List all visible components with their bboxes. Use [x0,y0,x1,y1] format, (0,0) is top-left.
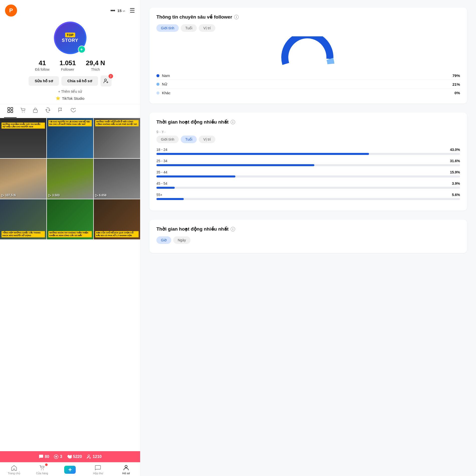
tab-flag[interactable] [54,104,67,118]
gender-khac: Khác 0% [156,89,460,97]
bottom-action-bar: 80 3 5220 1210 [0,451,140,462]
svg-point-15 [88,455,89,457]
avatar-area: TOP STORY ✦ + [0,19,140,54]
gender-nu: Nữ 21% [156,80,460,89]
tab-location-2[interactable]: Vị trí [199,136,215,143]
nav-inbox-label: Hộp thư [93,472,103,475]
tab-hour[interactable]: Giờ [156,236,171,244]
share-profile-button[interactable]: Chia sẻ hồ sơ [61,76,98,86]
tab-repost[interactable] [42,104,54,118]
video-thumb-1[interactable]: NHỮNG KHOẢNH KHẮC GÂY RA NHIỀU SỰ HIỂU L… [0,118,46,158]
tab-location[interactable]: Vị trí [199,24,215,32]
likes-stat: 5220 [67,454,82,459]
svg-point-3 [105,79,107,81]
video-thumb-6[interactable]: ▷ 6.658 [94,159,140,199]
active-time-info-icon[interactable]: i [231,120,235,124]
followers-label: Follower [61,67,74,71]
nav-shop[interactable]: Cửa hàng [28,464,56,475]
active-time-title: Thời gian hoạt động nhiều nhất i [156,119,460,125]
video-stats-5: ▷ 3.503 [48,193,60,197]
age-35-44: 35 - 44 15.9% [156,170,460,177]
likes-label: Thích [91,67,100,71]
video-thumb-9[interactable]: BẠN CỦA CHỦ RỂ DÙA QUÀ CHỌN CỔ ĐẦU BÀ CÓ… [94,199,140,239]
svg-point-11 [24,112,25,113]
friend-request-badge: 2 [109,74,113,78]
nav-home[interactable]: Trang chủ [0,464,28,475]
time-filter-tabs: Giờ Ngày [156,236,460,244]
tab-locked[interactable] [29,104,42,118]
add-friend-button[interactable]: 2 [101,75,112,86]
video-grid: NHỮNG KHOẢNH KHẮC GÂY RA NHIỀU SỰ HIỂU L… [0,118,140,451]
active-time-card-2: Thời gian hoạt động nhiều nhất i Giờ Ngà… [149,220,467,253]
age-bars: 18 - 24 43.0% 25 - 34 31.6% 35 - 44 [156,148,460,200]
dot-nam [156,74,159,77]
active-time-subtitle: g... y... [156,129,460,133]
video-thumb-3[interactable]: NHỮNG THIẾT KẾ Ở ĐỜI Ở NƠI CÔNG CỘNG KHÔ… [94,118,140,158]
svg-point-18 [125,465,127,468]
menu-button[interactable]: ☰ [130,7,135,14]
tab-age-2[interactable]: Tuổi [181,136,197,143]
video-thumb-5[interactable]: ▷ 3.503 [47,159,93,199]
tab-gender-2[interactable]: Giới tính [156,136,179,143]
story-label: STORY [62,38,78,43]
tiktok-studio-row[interactable]: ⭐ TikTok Studio [0,95,140,102]
svg-point-2 [114,10,115,11]
comments-count: 80 [45,454,49,459]
followers-stat: 1210 [86,454,102,459]
follower-info-icon[interactable]: i [234,15,239,19]
tab-gender[interactable]: Giới tính [156,24,179,32]
video-thumb-4[interactable]: ▷ 107,5 N [0,159,46,199]
bottom-nav: Trang chủ Cửa hàng + Hộp thư Hồ s [0,462,140,476]
nav-shop-label: Cửa hàng [36,472,48,475]
age-55-plus: 55+ 5.6% [156,193,460,200]
tab-likes[interactable] [67,104,79,118]
bio-link[interactable]: + Thêm tiểu sử [0,88,140,95]
gender-nam: Nam 79% [156,71,460,80]
nav-profile[interactable]: Hồ sơ [112,464,140,475]
age-25-34: 25 - 34 31.6% [156,159,460,166]
donut-chart [156,36,460,66]
action-row: Sửa hồ sơ Chia sẻ hồ sơ 2 [0,74,140,88]
notification-badge[interactable]: 15 ₁₅ [109,8,125,14]
right-panel: Thông tin chuyên sâu về follower i Giới … [140,0,476,476]
edit-profile-button[interactable]: Sửa hồ sơ [29,76,59,86]
svg-rect-6 [8,108,10,110]
age-18-24: 18 - 24 43.0% [156,148,460,155]
nav-inbox[interactable]: Hộp thư [84,464,112,475]
svg-point-17 [43,469,44,470]
video-thumb-7[interactable]: TỔNG HỢP NHỮNG CHIẾC CẦU THANG HACK NÃO … [0,199,46,239]
active-time-title-2: Thời gian hoạt động nhiều nhất i [156,226,460,232]
top-bar-right: 15 ₁₅ ☰ [109,7,135,14]
tab-grid[interactable] [4,104,17,118]
khac-label: Khác [162,91,170,95]
khac-pct: 0% [454,91,460,95]
tab-day[interactable]: Ngày [173,236,191,244]
nav-create-button[interactable]: + [56,464,84,475]
add-story-button[interactable]: + [78,46,85,53]
nav-profile-label: Hồ sơ [122,472,130,475]
followers-stat: 1.051 Follower [59,59,76,71]
follower-section-title: Thông tin chuyên sâu về follower i [156,14,460,20]
tab-age[interactable]: Tuổi [181,24,197,32]
dot-khac [156,91,159,94]
dot-nu [156,83,159,86]
content-tabs [0,104,140,118]
svg-point-14 [55,456,57,457]
followers-action-count: 1210 [93,454,102,459]
video-thumb-2[interactable]: TẠI SAO NGƯỜI TA LẠI DÙNG KIM ĐỂ TẠO RA … [47,118,93,158]
likes-stat: 29,4 N Thích [86,59,105,71]
active-time-2-info-icon[interactable]: i [231,227,235,231]
stats-row: 41 Đã follow 1.051 Follower 29,4 N Thích [0,54,140,74]
video-thumb-8[interactable]: NHỮNG NGÓN TAY KHÔNG THẦN THIỆN KHIẾN AI… [47,199,93,239]
svg-point-10 [22,112,23,113]
tab-shop[interactable] [17,104,29,118]
video-stats-6: ▷ 6.658 [95,193,107,197]
followers-count: 1.051 [59,59,76,67]
video-stats-4: ▷ 107,5 N [2,193,16,197]
svg-rect-8 [8,111,10,113]
svg-rect-9 [11,111,13,113]
likes-count: 5220 [73,454,82,459]
notif-count: 15 [117,9,122,13]
comments-stat: 80 [39,454,49,459]
svg-point-1 [112,10,114,11]
